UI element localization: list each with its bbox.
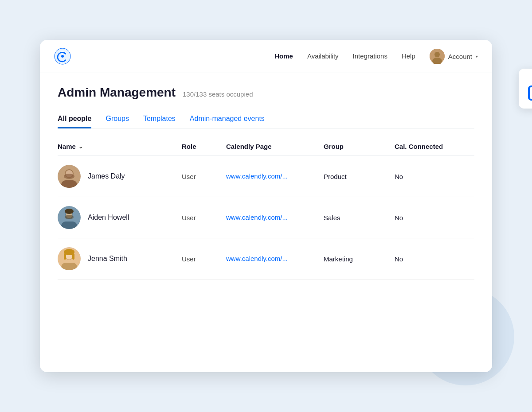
tabs-bar: All people Groups Templates Admin-manage… <box>58 110 474 128</box>
page-header: Admin Management 130/133 seats occupied … <box>40 73 492 128</box>
brand-logo[interactable] <box>54 48 71 65</box>
account-avatar <box>430 49 445 64</box>
people-table: Name ⌄ Role Calendly Page Group Cal. Con… <box>40 128 492 294</box>
cal-connected-cell: No <box>395 173 466 180</box>
sort-icon: ⌄ <box>78 144 83 150</box>
user-name: Aiden Howell <box>88 214 129 222</box>
svg-point-9 <box>64 174 74 179</box>
calendly-page-link[interactable]: www.calendly.com/... <box>226 172 288 180</box>
svg-rect-18 <box>61 263 77 270</box>
account-menu[interactable]: Account ▾ <box>430 49 478 64</box>
user-cell: Aiden Howell <box>58 206 182 229</box>
table-row[interactable]: Jenna Smith User www.calendly.com/... Ma… <box>58 238 474 280</box>
calendly-page-cell[interactable]: www.calendly.com/... <box>226 172 324 180</box>
user-name: James Daly <box>88 172 125 180</box>
user-cell: James Daly <box>58 165 182 188</box>
cal-connected-cell: No <box>395 255 466 263</box>
main-card: Home Availability Integrations Help Acco <box>40 40 492 372</box>
account-label: Account <box>448 53 472 60</box>
navbar: Home Availability Integrations Help Acco <box>40 40 492 73</box>
svg-rect-0 <box>529 86 532 100</box>
table-row[interactable]: James Daly User www.calendly.com/... Pro… <box>58 156 474 197</box>
group-cell: Product <box>324 173 395 180</box>
svg-rect-21 <box>64 253 66 260</box>
svg-rect-7 <box>61 180 77 188</box>
table-row[interactable]: Aiden Howell User www.calendly.com/... S… <box>58 197 474 238</box>
chevron-down-icon: ▾ <box>476 54 478 59</box>
col-header-role: Role <box>182 143 226 150</box>
page-title: Admin Management <box>58 86 176 100</box>
tab-templates[interactable]: Templates <box>143 110 176 128</box>
tab-all-people[interactable]: All people <box>58 110 91 128</box>
calendly-page-link[interactable]: www.calendly.com/... <box>226 255 288 262</box>
role-cell: User <box>182 173 226 180</box>
col-header-calendly-page: Calendly Page <box>226 143 324 150</box>
user-cell: Jenna Smith <box>58 247 182 270</box>
nav-link-home[interactable]: Home <box>274 52 293 60</box>
nav-link-help[interactable]: Help <box>402 52 415 60</box>
tab-admin-managed-events[interactable]: Admin-managed events <box>190 110 265 128</box>
nav-links: Home Availability Integrations Help <box>274 52 415 60</box>
lock-decoration-card <box>519 69 532 109</box>
svg-rect-12 <box>61 222 77 229</box>
user-name: Jenna Smith <box>88 255 127 263</box>
cal-connected-cell: No <box>395 214 466 222</box>
col-header-group: Group <box>324 143 395 150</box>
calendly-page-cell[interactable]: www.calendly.com/... <box>226 214 324 222</box>
svg-point-15 <box>65 209 74 214</box>
tab-groups[interactable]: Groups <box>106 110 129 128</box>
seats-info: 130/133 seats occupied <box>183 90 253 98</box>
role-cell: User <box>182 214 226 222</box>
calendly-page-cell[interactable]: www.calendly.com/... <box>226 255 324 263</box>
table-header: Name ⌄ Role Calendly Page Group Cal. Con… <box>58 143 474 156</box>
nav-link-availability[interactable]: Availability <box>307 52 339 60</box>
col-header-name[interactable]: Name ⌄ <box>58 143 182 150</box>
role-cell: User <box>182 255 226 263</box>
svg-rect-22 <box>72 253 74 260</box>
svg-point-3 <box>434 52 440 57</box>
avatar <box>58 247 81 270</box>
group-cell: Marketing <box>324 255 395 263</box>
group-cell: Sales <box>324 214 395 222</box>
calendly-page-link[interactable]: www.calendly.com/... <box>226 214 288 221</box>
nav-link-integrations[interactable]: Integrations <box>353 52 387 60</box>
lock-icon <box>527 76 532 101</box>
avatar <box>58 165 81 188</box>
col-header-cal-connected: Cal. Connected <box>395 143 466 150</box>
avatar <box>58 206 81 229</box>
svg-point-14 <box>65 215 74 219</box>
